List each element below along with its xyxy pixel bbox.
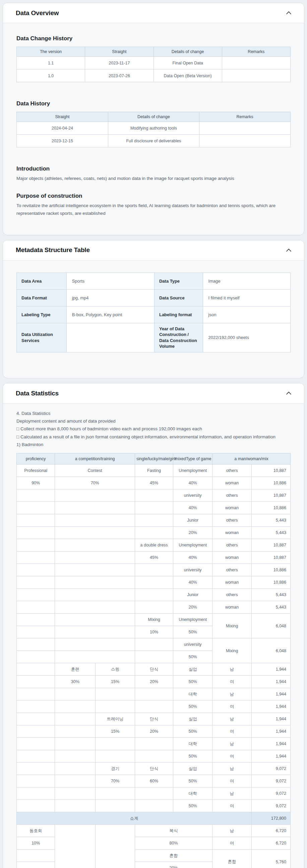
table-cell: Junior [173,514,212,527]
table-row: 15%20%50%여1,944 [17,725,291,738]
table-cell [17,589,55,601]
table-row: 50%여1,944 [17,750,291,763]
column-header: Straight [85,47,154,57]
table-cell: 70% [55,477,135,489]
table-cell: Data Open (Beta Version) [154,69,222,82]
table-cell: 여 [212,725,252,738]
table-cell: others [212,514,252,527]
table-row: 훈련스윙단식실업남1,944 [17,663,291,676]
table-cell [55,576,135,589]
table-cell [17,725,55,738]
table-cell: 9,072 [251,775,290,787]
table-cell: woman [212,527,252,539]
table-cell: 1,944 [251,688,290,701]
table-cell: 여 [212,750,252,763]
table-cell [17,552,55,564]
table-cell: 70% [96,775,135,787]
chevron-up-icon[interactable] [285,247,292,253]
table-cell: 여 [212,701,252,713]
table-cell: 1,944 [251,676,290,688]
table-cell: 80% [135,837,212,849]
statistics-intro-line: Deployment content and amount of data pr… [16,417,291,425]
table-cell: 9,072 [251,800,290,812]
data-statistics-panel: Data Statistics 4. Data Statistics Deplo… [3,383,304,868]
table-cell: I filmed it myself [203,289,290,306]
table-cell: json [203,306,290,323]
table-row: 1.02023-07-26Data Open (Beta Version) [17,69,291,82]
table-cell: others [212,589,252,601]
table-cell [55,539,135,552]
table-cell [17,527,55,539]
table-cell: others [212,539,252,552]
chevron-up-icon[interactable] [285,10,292,16]
table-cell: 6,720 [251,837,290,849]
table-row: 2023-12-15Full disclosure of deliverable… [17,134,291,147]
table-cell: 단식 [135,763,173,775]
column-header: Remarks [222,47,290,57]
table-cell: 6,720 [251,825,290,837]
table-cell: 복식 [135,825,212,837]
data-statistics-header[interactable]: Data Statistics [3,383,304,403]
column-header: Details of change [154,47,222,57]
table-cell [135,651,173,663]
table-cell [17,564,55,576]
table-row: 20%woman5,443 [17,601,291,614]
table-cell [96,701,135,713]
change-history-table: The versionStraightDetails of changeRema… [16,46,291,82]
metadata-structure-header[interactable]: Metadata Structure Table [3,240,304,260]
table-cell: 2023-07-26 [85,69,154,82]
table-cell: 1,944 [251,738,290,750]
table-cell [17,800,55,812]
table-cell [55,614,135,626]
table-cell [17,614,55,626]
column-header: mixedType of game [173,454,212,465]
table-cell: a double dress [135,539,173,552]
table-cell: 단식 [135,713,173,725]
table-cell [17,626,55,639]
table-cell [17,688,55,701]
table-cell: 경기 [96,763,135,775]
table-row: 40%woman10,886 [17,576,291,589]
table-cell: 172,800 [251,812,290,825]
table-row: 30%15%20%50%여1,944 [17,676,291,688]
table-cell [96,750,135,763]
table-cell: Image [203,273,290,289]
column-header: a competition/training [55,454,135,465]
panel-title: Data Statistics [16,390,59,397]
table-cell: others [212,564,252,576]
table-cell [55,725,96,738]
table-row: Data Utilization ServicesYear of Data Co… [17,323,291,352]
chevron-up-icon[interactable] [285,390,292,396]
table-row: 45%40%woman10,887 [17,552,291,564]
table-cell: Contest [55,465,135,477]
table-cell [17,787,55,800]
statistics-intro-line: 4. Data Statistics [16,409,291,417]
table-header-row: StraightDetails of changeRemarks [17,112,291,122]
table-cell: 남 [212,738,252,750]
table-cell [135,576,173,589]
data-overview-header[interactable]: Data Overview [3,3,304,23]
table-cell: university [173,564,212,576]
table-cell: 남 [212,825,252,837]
table-cell [55,775,96,787]
table-cell: Year of Data Construction / Data Constru… [154,323,203,352]
table-row: MixingUnemploymentMixing6,048 [17,614,291,626]
table-cell: 10,887 [251,539,290,552]
table-cell: 40% [173,576,212,589]
table-cell: 40% [173,552,212,564]
column-header: The version [17,47,85,57]
table-cell: 남 [212,713,252,725]
table-cell [135,589,173,601]
table-cell: Mixing [212,614,252,639]
table-cell [55,639,135,651]
table-cell: Data Area [17,273,67,289]
table-cell [96,688,135,701]
table-cell: university [173,639,212,651]
table-cell: 2023-12-15 [17,134,108,147]
table-row: 대학남1,944 [17,688,291,701]
table-cell [55,651,135,663]
table-row: ProfessionalContestFastingUnemploymentot… [17,465,291,477]
table-cell [17,701,55,713]
table: proficiencya competition/trainingsingle/… [16,453,291,868]
table-row: Data Formatjpg, mp4Data SourceI filmed i… [17,289,291,306]
